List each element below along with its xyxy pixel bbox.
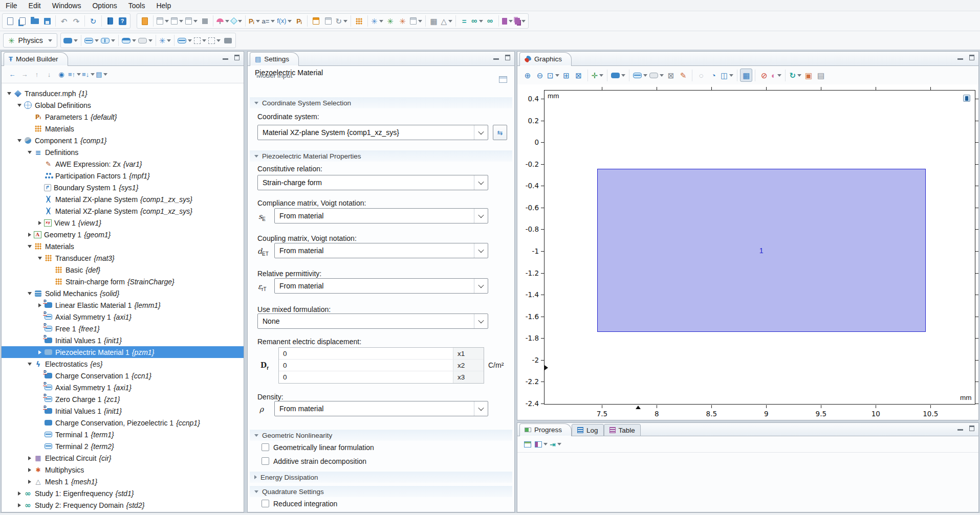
- plot-windows-icon[interactable]: [514, 14, 527, 28]
- color-off-icon[interactable]: ⊘: [758, 69, 770, 82]
- go-to-source-button[interactable]: ⇆: [493, 125, 507, 140]
- maximize-icon[interactable]: [969, 426, 974, 431]
- dropdown-arrow-icon[interactable]: [418, 20, 422, 23]
- dropdown-arrow-icon[interactable]: [91, 73, 95, 76]
- chevron-down-icon[interactable]: [474, 401, 488, 416]
- hide-icon[interactable]: ◌: [695, 69, 707, 82]
- add-plot-group-icon[interactable]: [215, 14, 230, 28]
- tab-settings[interactable]: ▤ Settings: [250, 52, 299, 66]
- x-axis-marker[interactable]: [636, 406, 641, 409]
- maximize-icon[interactable]: [234, 55, 239, 60]
- collapse-arrow-icon[interactable]: [16, 137, 23, 144]
- dropdown-arrow-icon[interactable]: [179, 20, 183, 23]
- tree-item[interactable]: ϟElectrostatics{es}: [2, 358, 244, 370]
- dropdown-arrow-icon[interactable]: [95, 39, 99, 42]
- add-multiphysics-icon[interactable]: ✳: [384, 14, 397, 28]
- dropdown-arrow-icon[interactable]: [543, 443, 548, 445]
- add-material-icon[interactable]: [353, 14, 365, 28]
- add-boundary-condition-icon[interactable]: [83, 34, 100, 47]
- tree-item[interactable]: Materials: [2, 123, 244, 135]
- menu-edit[interactable]: Edit: [23, 0, 47, 11]
- dropdown-arrow-icon[interactable]: [509, 20, 513, 23]
- tree-item[interactable]: ∞Study 1: Eigenfrequency{std1}: [2, 487, 244, 499]
- section-energy-dissipation[interactable]: Energy Dissipation: [250, 471, 512, 483]
- tree-item[interactable]: PᵢParameters 1{default}: [2, 111, 244, 123]
- tree-item[interactable]: Initial Values 1{init1}: [2, 405, 244, 417]
- wireframe-icon[interactable]: ▦: [740, 69, 752, 82]
- documentation-icon[interactable]: [104, 14, 116, 28]
- mesh-icon[interactable]: △: [440, 14, 454, 28]
- view-orientation-icon[interactable]: ✛: [591, 69, 605, 82]
- chevron-down-icon[interactable]: [474, 175, 488, 190]
- tree-item[interactable]: Charge Conservation, Piezoelectric 1{ccn…: [2, 417, 244, 429]
- get-initial-values-icon[interactable]: [184, 14, 199, 28]
- zoom-in-icon[interactable]: ⊕: [521, 69, 534, 82]
- menu-file[interactable]: File: [0, 0, 23, 11]
- expand-arrow-icon[interactable]: [36, 302, 43, 309]
- dropdown-arrow-icon[interactable]: [343, 20, 347, 23]
- tree-item[interactable]: Initial Values 1{init1}: [2, 334, 244, 346]
- chevron-down-icon[interactable]: [474, 243, 488, 258]
- compliance-matrix-select[interactable]: From material: [274, 208, 488, 223]
- import-icon[interactable]: [409, 14, 423, 28]
- dropdown-arrow-icon[interactable]: [148, 39, 153, 42]
- zoom-box-icon[interactable]: ⊡: [546, 69, 560, 82]
- expand-all-icon[interactable]: ≡↑: [68, 69, 81, 81]
- clear-progress-icon[interactable]: [521, 438, 534, 451]
- tree-item[interactable]: △Mesh 1{mesh1}: [2, 476, 244, 487]
- minimize-icon[interactable]: [957, 429, 963, 431]
- dropdown-arrow-icon[interactable]: [238, 20, 242, 23]
- collapse-arrow-icon[interactable]: [6, 90, 13, 97]
- section-piezoelectric-properties[interactable]: Piezoelectric Material Properties: [250, 150, 512, 162]
- collapse-arrow-icon[interactable]: [26, 361, 33, 368]
- progress-settings-icon[interactable]: [534, 438, 549, 451]
- reduced-integration-checkbox[interactable]: [262, 500, 269, 507]
- dropdown-arrow-icon[interactable]: [165, 20, 169, 23]
- dropdown-arrow-icon[interactable]: [797, 74, 801, 77]
- tree-item[interactable]: Terminal 1{term1}: [2, 429, 244, 440]
- study-steps-icon[interactable]: ∞: [484, 14, 496, 28]
- help-icon[interactable]: ?: [116, 14, 128, 28]
- equation-view-icon[interactable]: =: [458, 14, 470, 28]
- dropdown-arrow-icon[interactable]: [729, 74, 733, 77]
- build-mesh-icon[interactable]: ▦: [428, 14, 440, 28]
- mouse-rotate-icon[interactable]: [648, 69, 665, 82]
- expand-arrow-icon[interactable]: [26, 231, 33, 238]
- tree-item[interactable]: Linear Elastic Material 1{lemm1}: [2, 299, 244, 311]
- add-physics-icon[interactable]: ✳: [370, 14, 384, 28]
- zoom-extents-icon[interactable]: ⊞: [560, 69, 573, 82]
- parameter-case-icon[interactable]: Pᵢ: [293, 14, 305, 28]
- dropdown-arrow-icon[interactable]: [132, 39, 136, 42]
- plot-canvas[interactable]: 1: [544, 90, 975, 405]
- open-recent-icon[interactable]: [16, 14, 29, 28]
- tree-item[interactable]: Material XZ-plane System{comp1_xz_sys}: [2, 205, 244, 217]
- collapse-arrow-icon[interactable]: [26, 243, 33, 250]
- model-input-source-icon[interactable]: [499, 76, 507, 83]
- new-file-icon[interactable]: [4, 14, 16, 28]
- dropdown-arrow-icon[interactable]: [74, 39, 78, 42]
- add-boundary-pair-icon[interactable]: [100, 34, 116, 47]
- tree-item[interactable]: Strain-charge form{StrainCharge}: [2, 276, 244, 287]
- zoom-selected-icon[interactable]: ⊠: [573, 69, 585, 82]
- dropdown-arrow-icon[interactable]: [521, 20, 526, 23]
- update-tables-icon[interactable]: ↻: [334, 14, 349, 28]
- compute-icon[interactable]: [156, 14, 170, 28]
- tab-log[interactable]: Log: [572, 424, 604, 436]
- tab-progress[interactable]: Progress: [519, 423, 572, 436]
- menu-help[interactable]: Help: [150, 0, 177, 11]
- study-icon[interactable]: ∞: [470, 14, 484, 28]
- collapse-arrow-icon[interactable]: [36, 255, 43, 262]
- expand-arrow-icon[interactable]: [26, 466, 33, 474]
- tree-item[interactable]: Terminal 2{term2}: [2, 440, 244, 452]
- dropdown-arrow-icon[interactable]: [448, 20, 452, 23]
- collapse-arrow-icon[interactable]: [26, 290, 33, 297]
- variables-icon[interactable]: a=: [261, 14, 276, 28]
- tree-item[interactable]: ▦Electrical Circuit{cir}: [2, 452, 244, 464]
- move-up-icon[interactable]: ↑: [31, 69, 42, 81]
- menu-options[interactable]: Options: [86, 0, 122, 11]
- collapse-arrow-icon[interactable]: [26, 149, 33, 156]
- tree-item[interactable]: Transducer.mph{1}: [2, 87, 244, 99]
- tree-item[interactable]: Transducer{mat3}: [2, 252, 244, 264]
- dropdown-arrow-icon[interactable]: [379, 20, 383, 23]
- expand-arrow-icon[interactable]: [36, 349, 43, 356]
